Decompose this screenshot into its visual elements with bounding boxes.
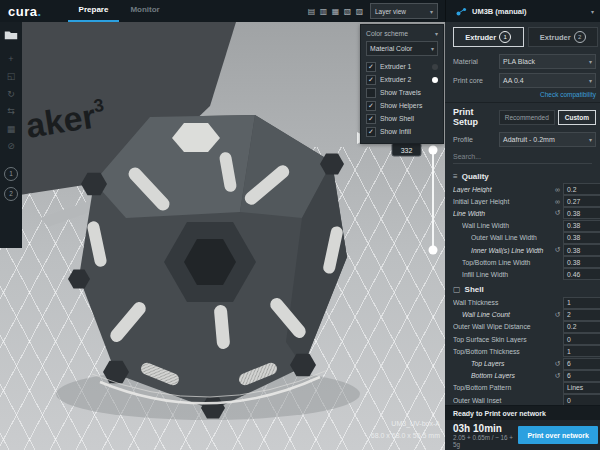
section-header-quality[interactable]: ≡Quality	[445, 167, 600, 183]
print-setup-title: Print Setup	[453, 107, 499, 127]
view-left-icon[interactable]: ▧	[343, 7, 352, 16]
checkbox-label: Show Travels	[380, 89, 421, 96]
setting-value-input[interactable]: 0.2	[563, 183, 600, 195]
color-scheme-item[interactable]: Show Travels	[366, 86, 438, 99]
support-blocker-icon[interactable]: ⊘	[3, 139, 19, 154]
chevron-down-icon[interactable]: ▾	[591, 8, 594, 15]
checkbox-label: Show Shell	[380, 115, 414, 122]
print-over-network-button[interactable]: Print over network	[518, 426, 598, 444]
chevron-down-icon: ▾	[435, 30, 438, 37]
chevron-down-icon: ▾	[589, 136, 592, 143]
color-scheme-header[interactable]: Color scheme ▾	[366, 28, 438, 39]
reset-icon[interactable]: ↺	[552, 311, 563, 319]
model-name-text: UM3_UV-box-A	[391, 420, 440, 428]
reset-icon[interactable]: ↺	[552, 209, 563, 217]
status-bottom: 03h 10min 2.05 + 0.65m / ~ 16 + 5g Print…	[445, 420, 600, 450]
print-core-dropdown[interactable]: AA 0.4 ▾	[499, 73, 596, 88]
top-bar: cura. Prepare Monitor ▤▥▦▧▨ Layer view ▾	[0, 0, 445, 22]
checkbox-icon[interactable]: ✓	[366, 62, 376, 72]
view-front-icon[interactable]: ▥	[319, 7, 328, 16]
checkbox-icon[interactable]: ✓	[366, 75, 376, 85]
material-dropdown[interactable]: PLA Black ▾	[499, 54, 596, 69]
recommended-button[interactable]: Recommended	[499, 110, 555, 125]
tab-prepare[interactable]: Prepare	[68, 0, 120, 22]
profile-dropdown[interactable]: Adafruit - 0.2mm ▾	[499, 132, 596, 147]
material-color-dot	[432, 77, 438, 83]
settings-search	[453, 150, 592, 164]
per-model-settings-icon[interactable]: ▦	[3, 122, 19, 137]
color-scheme-item[interactable]: ✓Show Infill	[366, 125, 438, 138]
checkbox-icon[interactable]: ✓	[366, 127, 376, 137]
move-tool-icon[interactable]: +	[3, 52, 19, 67]
link-icon[interactable]: ∞	[552, 198, 563, 205]
setting-row: Outer Wall Inset0	[445, 394, 600, 405]
setting-value-input[interactable]: 1	[563, 297, 600, 309]
quality-icon: ≡	[453, 172, 458, 181]
setting-label: Top/Bottom Pattern	[453, 384, 552, 391]
setting-label: Line Width	[453, 210, 552, 217]
extruder-number-badge: 1	[499, 31, 511, 43]
color-scheme-item[interactable]: ✓Extruder 1	[366, 60, 438, 73]
setting-value-input[interactable]: 0	[563, 333, 600, 345]
mirror-tool-icon[interactable]: ⇆	[3, 104, 19, 119]
view-mode-dropdown[interactable]: Layer view ▾	[370, 3, 438, 19]
extruder-1-tab[interactable]: Extruder 1	[453, 27, 524, 47]
setting-value-input[interactable]: 0.38	[563, 244, 600, 256]
setting-row: Layer Height∞0.2	[445, 183, 600, 195]
setting-row: Wall Line Count↺2	[445, 309, 600, 321]
setting-value-input[interactable]: Lines	[563, 382, 600, 394]
setting-row: Line Width↺0.38	[445, 207, 600, 219]
setting-value-input[interactable]: 0.38	[563, 207, 600, 219]
setting-value-input[interactable]: 6	[563, 370, 600, 382]
rotate-tool-icon[interactable]: ↻	[3, 87, 19, 102]
section-header-shell[interactable]: ▢Shell	[445, 281, 600, 297]
color-scheme-item[interactable]: ✓Show Helpers	[366, 99, 438, 112]
setting-value-input[interactable]: 0	[563, 394, 600, 405]
open-file-icon[interactable]	[4, 29, 18, 40]
setting-value-input[interactable]: 0.46	[563, 268, 600, 280]
setting-value-input[interactable]: 6	[563, 358, 600, 370]
setting-value-input[interactable]: 0.38	[563, 256, 600, 268]
extruder-2-tab[interactable]: Extruder 2	[528, 27, 599, 47]
setting-value-input[interactable]: 2	[563, 309, 600, 321]
tool-icons: +◱↻⇆▦⊘	[3, 49, 19, 157]
color-scheme-dropdown[interactable]: Material Color ▾	[366, 41, 438, 56]
setting-label: Outer Wall Wipe Distance	[453, 323, 552, 330]
custom-button[interactable]: Custom	[558, 110, 596, 125]
setting-row: Outer Wall Line Width0.38	[445, 232, 600, 244]
print-setup-row: Print Setup Recommended Custom	[445, 103, 600, 130]
setting-value-input[interactable]: 1	[563, 345, 600, 357]
setting-label: Bottom Layers	[471, 372, 552, 379]
search-input[interactable]	[453, 153, 592, 160]
check-compatibility-link[interactable]: Check compatibility	[445, 90, 600, 103]
color-scheme-value: Material Color	[370, 45, 412, 52]
checkbox-icon[interactable]: ✓	[366, 101, 376, 111]
setting-label: Top Layers	[471, 360, 552, 367]
reset-icon[interactable]: ↺	[552, 360, 563, 368]
checkbox-icon[interactable]: ✓	[366, 114, 376, 124]
layer-slider[interactable]: 332	[392, 143, 438, 255]
setting-value-input[interactable]: 0.2	[563, 321, 600, 333]
checkbox-label: Show Infill	[380, 128, 411, 135]
view-3d-icon[interactable]: ▤	[307, 7, 316, 16]
scale-tool-icon[interactable]: ◱	[3, 69, 19, 84]
printer-header[interactable]: UM3B (manual) ▾	[445, 0, 600, 22]
toolbar-extruder-1[interactable]: 1	[4, 167, 18, 181]
view-right-icon[interactable]: ▨	[355, 7, 364, 16]
chevron-down-icon: ▾	[431, 45, 434, 52]
material-row: Material PLA Black ▾	[445, 52, 600, 71]
color-scheme-item[interactable]: ✓Extruder 2	[366, 73, 438, 86]
ready-status: Ready to Print over network	[445, 405, 600, 420]
reset-icon[interactable]: ↺	[552, 246, 563, 254]
checkbox-icon[interactable]	[366, 88, 376, 98]
cura-logo: cura.	[8, 4, 42, 19]
toolbar-extruder-2[interactable]: 2	[4, 187, 18, 201]
view-top-icon[interactable]: ▦	[331, 7, 340, 16]
reset-icon[interactable]: ↺	[552, 372, 563, 380]
setting-value-input[interactable]: 0.27	[563, 195, 600, 207]
link-icon[interactable]: ∞	[552, 186, 563, 193]
color-scheme-item[interactable]: ✓Show Shell	[366, 112, 438, 125]
setting-value-input[interactable]: 0.38	[563, 232, 600, 244]
tab-monitor[interactable]: Monitor	[119, 0, 170, 22]
setting-value-input[interactable]: 0.38	[563, 220, 600, 232]
